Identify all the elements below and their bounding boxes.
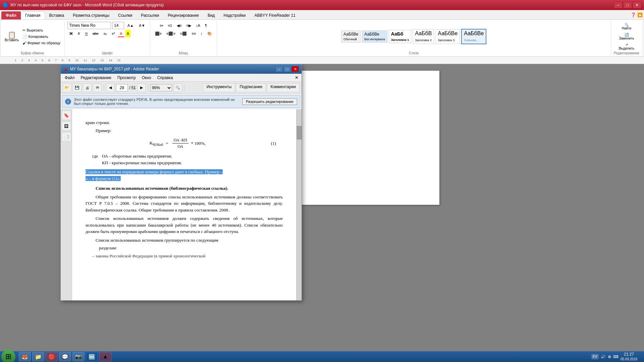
italic-button[interactable]: К xyxy=(76,30,82,37)
paste-button[interactable]: 📋 Вставить xyxy=(3,31,20,43)
close-button[interactable]: ✕ xyxy=(633,2,641,8)
ar-layers-button[interactable]: 📑 xyxy=(62,132,71,141)
tab-abbyy[interactable]: ABBYY FineReader 11 xyxy=(250,11,300,19)
style-heading3[interactable]: АаБбВеЗаголовок 3 xyxy=(435,29,460,44)
ar-print-button[interactable]: 🖨 xyxy=(83,83,92,92)
indent-decrease-button[interactable]: ◀≡ xyxy=(175,22,183,29)
font-color-button[interactable]: А xyxy=(118,30,124,37)
tab-mailings[interactable]: Рассылки xyxy=(137,11,163,19)
line-spacing-button[interactable]: ↕ xyxy=(199,30,205,37)
ar-open-button[interactable]: 📂 xyxy=(63,83,71,92)
taskbar-app-red[interactable]: 🔴 xyxy=(46,352,58,361)
align-center-button[interactable]: ≡⬛≡ xyxy=(164,30,177,37)
underline-button[interactable]: Ч xyxy=(83,30,90,37)
ar-zoom-in-button[interactable]: 🔍 xyxy=(173,83,182,92)
ar-tools-button[interactable]: Инструменты xyxy=(203,83,235,92)
align-right-button[interactable]: ≡⬛ xyxy=(178,30,189,37)
ar-scrollbar[interactable] xyxy=(296,109,302,300)
ar-zoom-select[interactable]: 96% 100% 125% 150% xyxy=(150,84,172,92)
maximize-button[interactable]: □ xyxy=(623,2,632,8)
ar-menu-view[interactable]: Просмотр xyxy=(115,75,139,80)
start-button[interactable]: ⊞ xyxy=(1,350,15,362)
tab-references[interactable]: Ссылки xyxy=(114,11,137,19)
ar-side-panel: 🔖 🖼 📑 xyxy=(61,109,72,300)
style-heading1[interactable]: АаБбЗаголовок 1 xyxy=(389,30,412,43)
subscript-button[interactable]: x₂ xyxy=(102,30,109,37)
tab-page-layout[interactable]: Разметка страницы xyxy=(68,11,114,19)
ar-email-button[interactable]: ✉ xyxy=(93,83,102,92)
format-painter-button[interactable]: 🖌 Формат по образцу xyxy=(21,40,62,46)
tab-main[interactable]: Главная xyxy=(21,11,45,19)
select-button[interactable]: ↗ Выделить xyxy=(617,42,636,51)
network-icon[interactable]: 🖥 xyxy=(607,355,611,359)
font-size-input[interactable] xyxy=(112,22,124,29)
show-hide-button[interactable]: ¶ xyxy=(203,22,209,29)
justify-button[interactable]: ≡≡ xyxy=(190,30,198,37)
cut-button[interactable]: ✂ Вырезать xyxy=(21,27,62,33)
taskbar-app-explorer[interactable]: 📁 xyxy=(32,352,44,361)
ruler: 12 34 56 78 910 1112 1314 15 xyxy=(0,57,644,64)
ar-sign-button[interactable]: Подписание xyxy=(236,83,266,92)
indent-increase-button[interactable]: ≡▶ xyxy=(184,22,193,29)
tab-review[interactable]: Рецензирование xyxy=(163,11,203,19)
style-strong[interactable]: АаБбВеСильное... xyxy=(461,29,486,44)
bold-button[interactable]: Ж xyxy=(67,30,75,37)
ar-menu-bar: Файл Редактирование Просмотр Окно Справк… xyxy=(61,74,302,82)
ar-minimize-button[interactable]: – xyxy=(275,66,283,72)
replace-button[interactable]: 🔄 Заменить xyxy=(617,32,636,41)
find-button[interactable]: 🔍 Найти xyxy=(620,22,633,31)
ar-page-number-input[interactable] xyxy=(116,84,128,92)
shading-button[interactable]: 🎨 xyxy=(205,30,214,37)
style-no-spacing[interactable]: АаБбВеБез интервала xyxy=(362,31,387,43)
pdf-para1: Общие требования по формированию списка … xyxy=(86,194,283,214)
ar-menu-edit[interactable]: Редактирование xyxy=(78,75,114,80)
ar-allow-edit-button[interactable]: Разрешить редактирование xyxy=(242,98,297,105)
ar-restore-button[interactable]: □ xyxy=(283,66,291,72)
ar-scrollbar-thumb[interactable] xyxy=(297,126,302,139)
tab-view[interactable]: Вид xyxy=(203,11,219,19)
superscript-button[interactable]: x² xyxy=(110,30,117,37)
styles-group: АаБбВе Обычный АаБбВеБез интервала АаБбЗ… xyxy=(218,21,611,55)
minimize-ribbon-icon[interactable]: 🔼 xyxy=(637,12,643,17)
tab-insert[interactable]: Вставка xyxy=(45,11,69,19)
copy-button[interactable]: 📄 Копировать xyxy=(21,34,62,40)
pdf-def-block: где ОА - оборотные активы предприятия; К… xyxy=(86,153,283,166)
style-heading2[interactable]: АаБбВЗаголовок 2 xyxy=(413,29,434,44)
ar-save-button[interactable]: 💾 xyxy=(73,83,82,92)
style-normal[interactable]: АаБбВе Обычный xyxy=(341,31,361,43)
title-bar-title: МУ по вып-нию курсовой по БФУ заон - Mic… xyxy=(10,3,164,7)
taskbar-app-firefox[interactable]: 🦊 xyxy=(19,352,31,361)
font-grow-button[interactable]: A▲ xyxy=(125,22,136,29)
pdf-where: где xyxy=(86,153,98,166)
ar-info-bar: i Этот файл соответствует стандарту PDF/… xyxy=(62,95,300,108)
ar-comments-button[interactable]: Комментарии xyxy=(267,83,300,92)
numbered-list-button[interactable]: ≡1 xyxy=(166,22,174,29)
highlight-button[interactable]: А xyxy=(125,30,130,37)
font-shrink-button[interactable]: A▼ xyxy=(137,22,147,29)
ar-menu-help[interactable]: Справка xyxy=(155,75,176,80)
taskbar-app-word[interactable]: 🔤 xyxy=(86,352,98,361)
sort-button[interactable]: ↕A xyxy=(194,22,202,29)
ar-prev-page-button[interactable]: ◀ xyxy=(106,83,115,92)
taskbar-app-skype[interactable]: 💬 xyxy=(59,352,71,361)
font-name-input[interactable] xyxy=(67,22,111,29)
align-left-button[interactable]: ⬛≡ xyxy=(153,30,164,37)
taskbar-app-adobe[interactable]: ▲ xyxy=(99,352,111,361)
tab-file[interactable]: Файл xyxy=(1,11,21,19)
keyboard-icon[interactable]: ⌨ xyxy=(613,355,619,359)
strikethrough-button[interactable]: abc xyxy=(91,30,101,37)
taskbar-app-capture[interactable]: 📷 xyxy=(72,352,85,361)
ar-close-x-button[interactable]: ✕ xyxy=(293,75,300,81)
bullet-list-button[interactable]: ≡• xyxy=(158,22,165,29)
ar-menu-window[interactable]: Окно xyxy=(139,75,154,80)
ar-page-thumb-button[interactable]: 🖼 xyxy=(62,121,71,131)
ar-close-button[interactable]: ✕ xyxy=(291,66,299,72)
ar-doc-viewport[interactable]: краю строки. Пример: КЧОБоб = ОА−КП xyxy=(72,109,296,300)
help-icon[interactable]: ❓ xyxy=(631,12,636,17)
ar-next-page-button[interactable]: ▶ xyxy=(137,83,146,92)
ar-bookmark-button[interactable]: 🔖 xyxy=(62,111,71,120)
ar-menu-file[interactable]: Файл xyxy=(62,75,77,80)
tab-addins[interactable]: Надстройки xyxy=(219,11,250,19)
minimize-button[interactable]: – xyxy=(614,2,623,8)
speaker-icon[interactable]: 🔊 xyxy=(601,355,605,359)
